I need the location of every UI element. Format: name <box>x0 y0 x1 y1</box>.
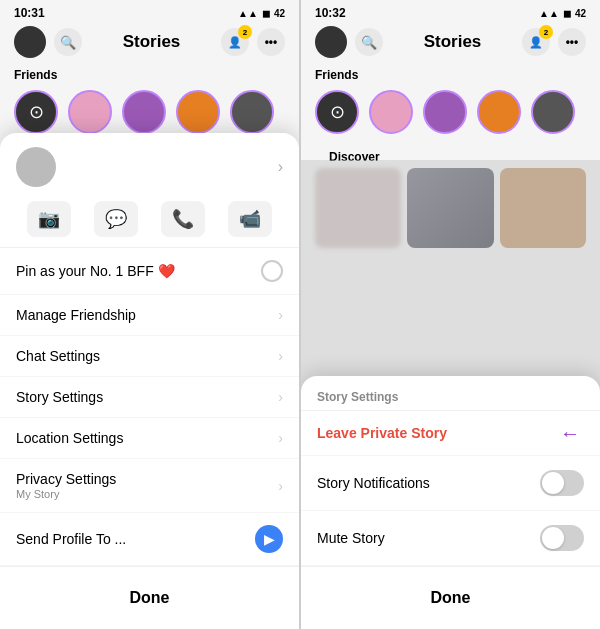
left-search-btn[interactable]: 🔍 <box>54 28 82 56</box>
right-done-bar: Done <box>301 566 600 629</box>
manage-friendship-chevron-icon: › <box>278 307 283 323</box>
leave-private-story-label: Leave Private Story <box>317 425 447 441</box>
left-sheet-profile[interactable]: › <box>0 133 299 195</box>
right-friend-avatar-2[interactable] <box>423 90 467 134</box>
left-header: 🔍 Stories 👤 2 ••• <box>0 22 299 64</box>
left-status-icons: ▲▲ ◼ 42 <box>238 8 285 19</box>
camera-btn[interactable]: 📷 <box>27 201 71 237</box>
right-friend-avatar-4[interactable] <box>531 90 575 134</box>
friend-avatar-1[interactable] <box>68 90 112 134</box>
right-friends-row: ⊙ <box>301 86 600 142</box>
video-btn[interactable]: 📹 <box>228 201 272 237</box>
pin-toggle[interactable] <box>261 260 283 282</box>
right-avatar[interactable] <box>315 26 347 58</box>
send-profile-btn[interactable]: ▶ <box>255 525 283 553</box>
story-settings-header: Story Settings <box>301 376 600 411</box>
right-friends-label: Friends <box>301 64 600 86</box>
chat-settings-item[interactable]: Chat Settings › <box>0 336 299 377</box>
right-time: 10:32 <box>315 6 346 20</box>
right-friend-avatar-1[interactable] <box>369 90 413 134</box>
leave-private-story-item[interactable]: Leave Private Story ← <box>301 411 600 456</box>
left-bottom-sheet: › 📷 💬 📞 📹 Pin as your No. 1 BFF ❤️ Manag… <box>0 133 299 629</box>
story-settings-label: Story Settings <box>16 389 103 405</box>
right-done-btn[interactable]: Done <box>317 579 584 617</box>
chat-settings-chevron-icon: › <box>278 348 283 364</box>
mute-story-label: Mute Story <box>317 530 385 546</box>
story-notifications-item[interactable]: Story Notifications <box>301 456 600 511</box>
mute-story-item[interactable]: Mute Story <box>301 511 600 566</box>
left-friends-label: Friends <box>0 64 299 86</box>
friend-avatar-4[interactable] <box>230 90 274 134</box>
friend-avatar-3[interactable] <box>176 90 220 134</box>
manage-friendship-label: Manage Friendship <box>16 307 136 323</box>
location-settings-item[interactable]: Location Settings › <box>0 418 299 459</box>
friend-avatar-0[interactable]: ⊙ <box>14 90 58 134</box>
left-done-bar: Done <box>0 566 299 629</box>
sheet-avatar <box>16 147 56 187</box>
privacy-settings-label: Privacy Settings <box>16 471 116 487</box>
left-more-btn[interactable]: ••• <box>257 28 285 56</box>
chat-settings-label: Chat Settings <box>16 348 100 364</box>
right-panel: 10:32 ▲▲ ◼ 42 🔍 Stories 👤 2 ••• Friends … <box>300 0 600 629</box>
friend-avatar-2[interactable] <box>122 90 166 134</box>
privacy-settings-item[interactable]: Privacy Settings My Story › <box>0 459 299 513</box>
left-action-icons: 📷 💬 📞 📹 <box>0 195 299 248</box>
right-story-settings-sheet: Story Settings Leave Private Story ← Sto… <box>301 376 600 629</box>
chat-btn[interactable]: 💬 <box>94 201 138 237</box>
left-badge: 2 <box>238 25 252 39</box>
arrow-annotation-left: ← <box>0 386 2 409</box>
location-settings-chevron-icon: › <box>278 430 283 446</box>
profile-chevron-icon: › <box>278 158 283 176</box>
privacy-settings-sub: My Story <box>16 488 116 500</box>
pin-bff-item[interactable]: Pin as your No. 1 BFF ❤️ <box>0 248 299 295</box>
story-notifications-label: Story Notifications <box>317 475 430 491</box>
right-title: Stories <box>424 32 482 52</box>
right-friend-avatar-0[interactable]: ⊙ <box>315 90 359 134</box>
pin-bff-label: Pin as your No. 1 BFF ❤️ <box>16 263 175 279</box>
right-header: 🔍 Stories 👤 2 ••• <box>301 22 600 64</box>
story-notifications-toggle[interactable] <box>540 470 584 496</box>
arrow-annotation-right: ← <box>560 422 580 445</box>
left-time: 10:31 <box>14 6 45 20</box>
right-status-bar: 10:32 ▲▲ ◼ 42 <box>301 0 600 22</box>
phone-btn[interactable]: 📞 <box>161 201 205 237</box>
right-more-btn[interactable]: ••• <box>558 28 586 56</box>
left-done-btn[interactable]: Done <box>16 579 283 617</box>
left-panel: 10:31 ▲▲ ◼ 42 🔍 Stories 👤 2 ••• Friends … <box>0 0 300 629</box>
send-profile-label: Send Profile To ... <box>16 531 126 547</box>
manage-friendship-item[interactable]: Manage Friendship › <box>0 295 299 336</box>
right-friend-avatar-3[interactable] <box>477 90 521 134</box>
story-settings-chevron-icon: › <box>278 389 283 405</box>
location-settings-label: Location Settings <box>16 430 123 446</box>
left-status-bar: 10:31 ▲▲ ◼ 42 <box>0 0 299 22</box>
right-add-friend-btn[interactable]: 👤 2 <box>522 28 550 56</box>
left-avatar[interactable] <box>14 26 46 58</box>
story-settings-item[interactable]: Story Settings › ← <box>0 377 299 418</box>
right-search-btn[interactable]: 🔍 <box>355 28 383 56</box>
right-badge: 2 <box>539 25 553 39</box>
left-add-friend-btn[interactable]: 👤 2 <box>221 28 249 56</box>
privacy-settings-chevron-icon: › <box>278 478 283 494</box>
send-profile-item[interactable]: Send Profile To ... ▶ <box>0 513 299 566</box>
mute-story-toggle[interactable] <box>540 525 584 551</box>
left-title: Stories <box>123 32 181 52</box>
right-status-icons: ▲▲ ◼ 42 <box>539 8 586 19</box>
